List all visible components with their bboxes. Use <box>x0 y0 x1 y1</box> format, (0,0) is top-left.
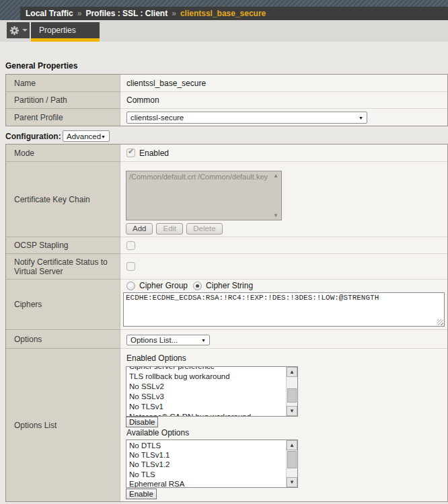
enable-button[interactable]: Enable <box>126 489 157 499</box>
row-ocsp-stapling: OCSP Stapling <box>6 237 447 253</box>
row-certificate-key-chain: Certificate Key Chain /Common/default.cr… <box>6 161 447 237</box>
breadcrumb-path[interactable]: Profiles : SSL : Client <box>85 9 167 18</box>
tab-properties[interactable]: Properties <box>31 22 100 38</box>
general-properties-heading: General Properties <box>5 61 77 71</box>
notify-cert-status-label: Notify Certificate Status to Virtual Ser… <box>6 253 120 279</box>
table-row: Name clientssl_base_secure <box>6 75 447 91</box>
list-item[interactable]: No TLS <box>129 470 285 479</box>
cert-key-chain-label: Certificate Key Chain <box>6 161 120 237</box>
notify-cert-status-checkbox[interactable] <box>126 262 135 271</box>
list-item[interactable]: No SSLv2 <box>129 382 285 392</box>
name-value: clientssl_base_secure <box>126 79 206 88</box>
mode-label: Mode <box>6 144 120 161</box>
cipher-string-radio-label: Cipher String <box>206 281 253 290</box>
parent-profile-selected: clientssl-secure <box>130 114 184 122</box>
mode-checkbox[interactable] <box>126 149 135 157</box>
menu-gear-button[interactable] <box>7 22 30 38</box>
options-list-label: Options List <box>6 348 120 501</box>
row-notify-cert-status: Notify Certificate Status to Virtual Ser… <box>6 253 447 279</box>
list-item[interactable]: No SSLv3 <box>129 392 285 402</box>
scroll-down-icon[interactable]: ▼ <box>287 477 297 487</box>
ocsp-stapling-label: OCSP Stapling <box>6 237 120 253</box>
configuration-label: Configuration: <box>5 132 61 141</box>
configuration-table: Mode Enabled Certificate Key Chain /Comm… <box>5 144 448 502</box>
breadcrumb-separator: » <box>172 9 176 18</box>
chevron-down-icon <box>22 29 28 32</box>
cipher-group-radio-label: Cipher Group <box>139 281 188 290</box>
ciphers-label: Ciphers <box>6 279 120 329</box>
select-caret-icon: ▼ <box>201 338 206 343</box>
row-options-list: Options List Enabled Options Cipher serv… <box>6 348 447 501</box>
cipher-group-radio[interactable] <box>126 282 135 290</box>
row-label-parent-profile: Parent Profile <box>6 108 120 126</box>
certificate-key-chain-listbox[interactable]: /Common/default.crt /Common/default.key … <box>126 171 282 220</box>
scroll-up-icon[interactable]: ▲ <box>287 367 297 377</box>
row-ciphers: Ciphers Cipher Group Cipher String ECDHE… <box>6 279 447 329</box>
row-mode: Mode Enabled <box>6 144 447 161</box>
mode-checkbox-label: Enabled <box>139 149 169 158</box>
breadcrumb-current-page: clientssl_base_secure <box>180 9 266 18</box>
scroll-down-icon[interactable]: ▼ <box>270 212 281 218</box>
scroll-up-icon[interactable]: ▲ <box>287 440 297 450</box>
delete-button[interactable]: Delete <box>186 223 222 235</box>
resize-handle-icon[interactable] <box>437 319 443 325</box>
list-item[interactable]: TLS rollback bug workaround <box>129 372 285 382</box>
cipher-string-radio[interactable] <box>193 282 202 290</box>
edit-button[interactable]: Edit <box>156 223 183 235</box>
select-caret-icon: ▼ <box>359 116 363 120</box>
listbox-scrollbar[interactable]: ▲ ▼ <box>270 171 281 220</box>
row-options: Options Options List... ▼ <box>6 329 447 348</box>
disable-button[interactable]: Disable <box>126 417 158 427</box>
parent-profile-select[interactable]: clientssl-secure ▼ <box>126 112 367 124</box>
list-item[interactable]: No TLSv1.2 <box>129 460 285 469</box>
general-properties-table: Name clientssl_base_secure Partition / P… <box>5 74 448 126</box>
breadcrumb: Local Traffic » Profiles : SSL : Client … <box>20 7 448 20</box>
breadcrumb-separator: » <box>77 9 82 18</box>
list-item[interactable]: No DTLS <box>129 441 285 450</box>
list-item[interactable]: Ephemeral RSA <box>129 479 285 488</box>
list-item[interactable]: Netscape® CA DN bug workaround <box>129 412 285 417</box>
list-item[interactable]: No TLSv1 <box>129 402 285 412</box>
list-item[interactable]: Cipher server preference <box>129 366 285 372</box>
cipher-string-value: ECDHE:ECDHE_ECDSA:RSA:!RC4:!EXP:!DES:!3D… <box>126 294 379 302</box>
scroll-down-icon[interactable]: ▼ <box>287 406 297 416</box>
row-label-name: Name <box>6 75 120 91</box>
table-row: Partition / Path Common <box>6 91 447 108</box>
tab-active-indicator <box>31 38 100 42</box>
options-label: Options <box>6 329 120 348</box>
listbox-scrollbar[interactable]: ▲ ▼ <box>286 367 297 416</box>
configuration-level-selected: Advanced <box>67 132 101 140</box>
gear-icon <box>9 26 20 36</box>
add-button[interactable]: Add <box>126 223 153 235</box>
cipher-string-textarea[interactable]: ECDHE:ECDHE_ECDSA:RSA:!RC4:!EXP:!DES:!3D… <box>123 292 445 327</box>
partition-value: Common <box>126 95 159 105</box>
available-options-heading: Available Options <box>126 428 189 437</box>
options-selected: Options List... <box>130 336 178 344</box>
table-row: Parent Profile clientssl-secure ▼ <box>6 108 447 126</box>
enabled-options-listbox[interactable]: Cipher server preference TLS rollback bu… <box>126 366 298 417</box>
scrollbar-thumb[interactable] <box>287 388 297 403</box>
ocsp-stapling-checkbox[interactable] <box>126 241 135 250</box>
row-label-partition: Partition / Path <box>6 91 120 108</box>
scroll-up-icon[interactable]: ▲ <box>270 173 281 179</box>
configuration-level-select[interactable]: Advanced ▼ <box>63 130 110 142</box>
breadcrumb-section[interactable]: Local Traffic <box>26 9 73 18</box>
listbox-scrollbar[interactable]: ▲ ▼ <box>286 440 297 487</box>
options-select[interactable]: Options List... ▼ <box>126 335 210 345</box>
list-item[interactable]: No TLSv1.1 <box>129 450 285 460</box>
certificate-entry[interactable]: /Common/default.crt /Common/default.key <box>129 173 268 181</box>
enabled-options-heading: Enabled Options <box>126 353 186 363</box>
select-caret-icon: ▼ <box>101 134 106 138</box>
available-options-listbox[interactable]: No DTLS No TLSv1.1 No TLSv1.2 No TLS Eph… <box>126 439 298 488</box>
scrollbar-thumb[interactable] <box>287 451 297 468</box>
